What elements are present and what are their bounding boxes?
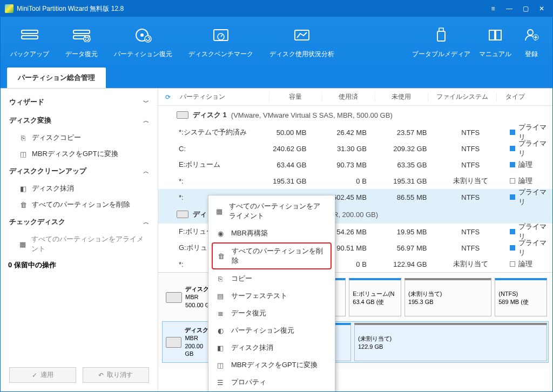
disk-2-info: R, 200.00 GB) [333, 211, 378, 219]
copy-icon: ⎘ [19, 134, 28, 142]
partition-recovery-button[interactable]: パーティション復元 [110, 23, 177, 62]
partition-recovery-label: パーティション復元 [114, 50, 172, 59]
disk-usage-icon [293, 26, 311, 44]
undo-button[interactable]: ↶取り消す [83, 367, 150, 383]
eraser-icon: ◧ [216, 344, 225, 352]
partition-recovery-icon: ◐ [216, 327, 225, 335]
disk-2-name: ディ [193, 209, 207, 219]
partition-row[interactable]: E:ボリューム63.44 GB90.73 MB63.35 GBNTFS論理 [158, 157, 552, 173]
book-icon [486, 26, 504, 44]
ctx-partition-recovery[interactable]: ◐パーティション復元 [208, 322, 335, 339]
svg-point-4 [84, 36, 90, 42]
sidebar-section-cleanup[interactable]: ディスククリーンアップ︿ [7, 162, 151, 180]
convert-icon: ◫ [19, 150, 28, 158]
ctx-mbr-to-gpt[interactable]: ◫MBRディスクをGPTに変換 [208, 356, 335, 374]
svg-rect-1 [22, 36, 38, 39]
disk-1-header[interactable]: ディスク 1 (VMware, VMware Virtual S SAS, MB… [158, 106, 552, 124]
align-icon: ▦ [19, 240, 27, 248]
disk-1-name: ディスク 1 [193, 110, 227, 120]
backup-label: バックアップ [10, 50, 49, 59]
svg-point-6 [140, 33, 144, 37]
benchmark-label: ディスクベンチマーク [188, 50, 253, 59]
apply-button[interactable]: ✓適用 [9, 367, 76, 383]
col-free[interactable]: 未使用 [375, 92, 428, 102]
sidebar: ウィザード﹀ ディスク変換︿ ⎘ディスクコピー ◫MBRディスクをGPTに変換 … [1, 89, 158, 391]
convert-icon: ◫ [216, 361, 225, 369]
sidebar-item-align-all[interactable]: ▦すべてのパーティションをアライメント [7, 231, 151, 257]
trash-icon: 🗑 [19, 201, 28, 209]
svg-rect-2 [73, 30, 90, 33]
sidebar-section-convert[interactable]: ディスク変換︿ [7, 111, 151, 130]
svg-rect-0 [22, 30, 38, 33]
tab-partition-management[interactable]: パーティション総合管理 [7, 67, 106, 88]
partition-row[interactable]: C:240.62 GB31.30 GB209.32 GBNTFSプライマリ [158, 140, 552, 157]
ctx-rebuild-mbr[interactable]: ◉MBR再構築 [208, 225, 335, 242]
manual-button[interactable]: マニュアル [475, 23, 516, 62]
backup-icon [21, 26, 39, 44]
window-title: MiniTool Partition Wizard 無料版 12.8 [17, 4, 483, 13]
undo-icon: ↶ [98, 371, 104, 379]
ctx-copy[interactable]: ⎘コピー [208, 270, 335, 287]
grid-icon: ▤ [216, 292, 225, 300]
disk-map-partition[interactable]: (NTFS)589 MB (使 [495, 278, 547, 316]
disk-icon [177, 111, 188, 119]
sidebar-section-checkdisk[interactable]: チェックディスク︿ [7, 213, 151, 231]
refresh-button[interactable]: ⟳ [158, 93, 178, 101]
disk-usage-button[interactable]: ディスク使用状況分析 [265, 23, 339, 62]
register-label: 登録 [525, 50, 538, 59]
sidebar-item-delete-all[interactable]: 🗑すべてのパーティションを削除 [7, 197, 151, 213]
bootable-media-button[interactable]: ブータブルメディア [408, 23, 475, 62]
ctx-align-all[interactable]: ▦すべてのパーティションをアライメント [208, 198, 335, 225]
sidebar-item-mbr-to-gpt[interactable]: ◫MBRディスクをGPTに変換 [7, 146, 151, 162]
ctx-surface-test[interactable]: ▤サーフェステスト [208, 287, 335, 305]
disk-map-partition[interactable]: E:ボリューム(N63.4 GB (使 [349, 278, 401, 316]
eraser-icon: ◧ [19, 185, 28, 193]
chevron-down-icon: ﹀ [143, 98, 149, 106]
sidebar-item-disk-copy[interactable]: ⎘ディスクコピー [7, 130, 151, 146]
main-toolbar: バックアップ データ復元 パーティション復元 ディスクベンチマーク ディスク使用… [1, 17, 552, 68]
ctx-wipe-disk[interactable]: ◧ディスク抹消 [208, 339, 335, 356]
align-icon: ▦ [216, 207, 222, 215]
user-plus-icon [522, 26, 541, 44]
svg-rect-13 [437, 31, 445, 41]
chevron-up-icon: ︿ [143, 117, 149, 125]
partition-recovery-icon [134, 26, 152, 44]
sidebar-item-wipe-disk[interactable]: ◧ディスク抹消 [7, 180, 151, 197]
main-panel: ⟳ パーティション 容量 使用済 未使用 ファイルシステム タイプ ディスク 1… [158, 89, 552, 391]
col-used[interactable]: 使用済 [322, 92, 375, 102]
app-logo-icon [5, 4, 14, 13]
close-button[interactable]: ✕ [535, 3, 548, 14]
recover-icon: ≣ [216, 309, 225, 317]
properties-icon: ☰ [216, 379, 225, 387]
ctx-delete-all-partitions[interactable]: 🗑すべてのパーティションを削除 [212, 242, 332, 269]
svg-point-14 [528, 30, 533, 35]
sidebar-cleanup-label: ディスククリーンアップ [9, 166, 86, 176]
ctx-properties[interactable]: ☰プロパティ [208, 374, 335, 391]
backup-button[interactable]: バックアップ [6, 23, 53, 62]
trash-icon: 🗑 [217, 252, 225, 260]
menu-icon[interactable]: ≡ [487, 3, 500, 14]
chevron-up-icon: ︿ [143, 167, 149, 175]
ctx-data-recovery[interactable]: ≣データ復元 [208, 305, 335, 322]
check-icon: ✓ [32, 371, 37, 379]
partition-row[interactable]: *:195.31 GB0 B195.31 GB未割り当て論理 [158, 173, 552, 189]
register-button[interactable]: 登録 [516, 23, 547, 62]
titlebar: MiniTool Partition Wizard 無料版 12.8 ≡ — ▢… [1, 1, 552, 17]
maximize-button[interactable]: ▢ [519, 3, 532, 14]
rebuild-icon: ◉ [216, 229, 225, 238]
partition-row[interactable]: *:システムで予約済み50.00 MB26.42 MB23.57 MBNTFSプ… [158, 124, 552, 140]
col-partition[interactable]: パーティション [178, 92, 269, 102]
disk-icon [177, 211, 188, 218]
col-type[interactable]: タイプ [497, 92, 552, 102]
disk-map-partition[interactable]: (未割り当て)122.9 GB [354, 323, 547, 361]
col-filesystem[interactable]: ファイルシステム [428, 92, 497, 102]
data-recovery-button[interactable]: データ復元 [61, 23, 102, 62]
usb-icon [432, 26, 450, 44]
sidebar-section-wizard[interactable]: ウィザード﹀ [7, 93, 151, 111]
minimize-button[interactable]: — [503, 3, 516, 14]
col-capacity[interactable]: 容量 [269, 92, 322, 102]
disk-icon [166, 292, 182, 303]
disk-map-partition[interactable]: (未割り当て)195.3 GB [404, 278, 491, 316]
svg-point-7 [145, 36, 151, 42]
benchmark-button[interactable]: ディスクベンチマーク [184, 23, 258, 62]
